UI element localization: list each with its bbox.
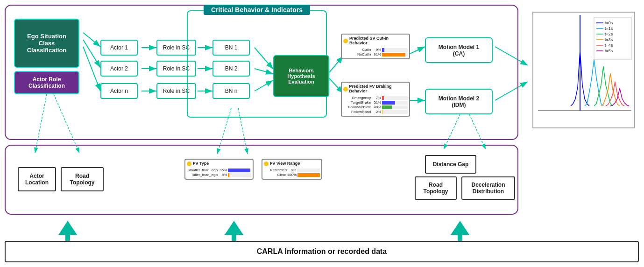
mm2-line2: (IDM)	[439, 102, 479, 108]
critical-behavior-title: Critical Behavior & Indicators	[204, 5, 310, 15]
actor-2-label: Actor 2	[110, 65, 128, 72]
behaviors-hypothesis-box: Behaviors Hypothesis Evaluation	[273, 55, 329, 97]
bh-line2: Hypothesis	[287, 73, 315, 79]
svg-text:t=5s: t=5s	[605, 49, 613, 53]
fvtype-icon	[187, 162, 191, 166]
fv-panel-title: Predicted FV Braking Behavior	[349, 84, 408, 93]
fv-type-panel: FV Type Smaller_than_ego 95% Taller_than…	[184, 159, 254, 180]
road-topology-2-box: Road Topology	[415, 176, 457, 200]
bn-1-label: BN 1	[225, 44, 238, 51]
sv-panel-icon	[343, 39, 348, 43]
bn-1-box: BN 1	[212, 40, 250, 56]
ego-situation-box: Ego Situation Class Classification	[14, 19, 79, 68]
actor-role-box: Actor Role Classification	[14, 71, 79, 94]
svg-text:t=1s: t=1s	[605, 26, 613, 31]
actor-2-box: Actor 2	[100, 61, 138, 77]
sv-panel-title: Predicted SV Cut-In Behavior	[349, 36, 408, 45]
ego-line2: Class	[39, 40, 55, 47]
road-topology-box: Road Topology	[61, 167, 104, 191]
svg-text:t=4s: t=4s	[605, 43, 613, 48]
distance-gap-box: Distance Gap	[425, 155, 476, 174]
bh-line3: Evaluation	[287, 79, 315, 84]
motion-model-1-box: Motion Model 1 (CA)	[425, 37, 493, 63]
role-1-label: Role in SC	[163, 44, 190, 51]
motion-model-2-box: Motion Model 2 (IDM)	[425, 89, 493, 114]
actor-1-label: Actor 1	[110, 44, 128, 51]
bn-n-box: BN n	[212, 83, 250, 99]
fvrange-row-2: Clear 100%	[264, 173, 320, 177]
sv-row-2: NoCutIn 91%	[343, 52, 408, 56]
bn-2-label: BN 2	[225, 65, 238, 72]
actor-n-label: Actor n	[110, 88, 128, 94]
fvtype-row-2: Taller_than_ego 5%	[187, 173, 251, 177]
mm1-line2: (CA)	[439, 50, 479, 57]
sv-row-1: CutIn 9%	[343, 48, 408, 52]
predicted-sv-panel: Predicted SV Cut-In Behavior CutIn 9% No…	[341, 34, 410, 59]
fvtype-title: FV Type	[193, 161, 209, 166]
mm1-line1: Motion Model 1	[439, 44, 479, 50]
fv-row-2: TargetBrake 51%	[343, 100, 408, 105]
carla-label: CARLA Information or recorded data	[257, 247, 387, 256]
bn-2-box: BN 2	[212, 61, 250, 77]
actor-role-line1: Actor Role	[28, 76, 65, 83]
svg-text:t=2s: t=2s	[605, 32, 613, 36]
fvrange-title: FV View Range	[270, 161, 300, 166]
svg-text:t=3s: t=3s	[605, 37, 613, 42]
ego-line3: Classification	[27, 47, 67, 54]
chart-area: t=0s t=1s t=2s t=3s t=4s t=5s	[532, 12, 635, 128]
road-topology-label: Road Topology	[70, 173, 94, 186]
bn-n-label: BN n	[225, 88, 238, 94]
fv-view-range-panel: FV View Range Restricted 0% Clear 100%	[262, 159, 322, 180]
fvtype-row-1: Smaller_than_ego 95%	[187, 168, 251, 172]
road-topology-2-label: Road Topology	[423, 182, 448, 195]
fvrange-icon	[264, 162, 269, 166]
actor-location-label: Actor Location	[25, 173, 49, 186]
fv-row-1: Emergency 7%	[343, 96, 408, 100]
svg-text:t=0s: t=0s	[605, 21, 613, 25]
actor-role-line2: Classification	[28, 83, 65, 89]
fv-row-3: FollowVehicle 40%	[343, 105, 408, 109]
actor-1-box: Actor 1	[100, 40, 138, 56]
actor-n-box: Actor n	[100, 83, 138, 99]
mm2-line1: Motion Model 2	[439, 95, 479, 102]
carla-bar: CARLA Information or recorded data	[5, 241, 639, 262]
fv-panel-icon	[343, 87, 348, 91]
role-n-label: Role in SC	[163, 88, 190, 94]
deceleration-box: Deceleration Distribution	[461, 176, 515, 200]
distance-gap-label: Distance Gap	[433, 161, 469, 168]
bh-line1: Behaviors	[287, 68, 315, 73]
deceleration-label: Deceleration Distribution	[471, 182, 505, 195]
actor-location-box: Actor Location	[18, 167, 56, 191]
predicted-fv-panel: Predicted FV Braking Behavior Emergency …	[341, 82, 410, 117]
ego-line1: Ego Situation	[27, 33, 66, 40]
fvrange-row-1: Restricted 0%	[264, 168, 320, 172]
fv-row-4: FollowRoad 2%	[343, 110, 408, 114]
role-2-label: Role in SC	[163, 65, 190, 72]
